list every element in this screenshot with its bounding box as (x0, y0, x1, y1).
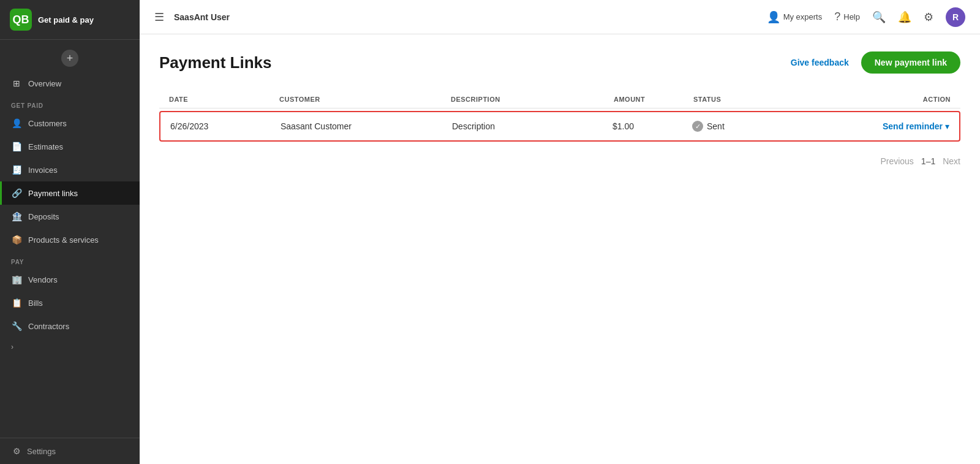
add-new-button[interactable]: + (61, 50, 78, 67)
cell-amount: $1.00 (612, 121, 692, 131)
col-header-date: DATE (169, 96, 279, 103)
new-payment-button[interactable]: New payment link (861, 51, 960, 74)
col-header-action: ACTION (816, 96, 951, 103)
previous-button: Previous (880, 156, 913, 166)
sent-status-icon: ✓ (692, 121, 703, 132)
sidebar-expand-button[interactable]: › (0, 338, 140, 356)
menu-icon[interactable]: ☰ (154, 10, 164, 24)
settings-icon[interactable]: ⚙ (924, 10, 933, 24)
col-header-status: STATUS (693, 96, 816, 103)
my-experts-button[interactable]: 👤 My experts (767, 10, 823, 24)
cell-customer: Saasant Customer (281, 121, 452, 131)
sidebar-item-contractors[interactable]: 🔧 Contractors (0, 314, 140, 338)
send-reminder-button[interactable]: Send reminder (883, 121, 943, 131)
table-header: DATE CUSTOMER DESCRIPTION AMOUNT STATUS … (159, 91, 960, 108)
page-actions: Give feedback New payment link (791, 51, 960, 74)
sidebar-settings[interactable]: ⚙ Settings (0, 438, 140, 464)
sidebar-item-invoices[interactable]: 🧾 Invoices (0, 158, 140, 181)
help-icon: ? (834, 10, 840, 23)
get-paid-section-label: GET PAID (0, 95, 140, 112)
user-name: SaasAnt User (174, 12, 757, 22)
customers-icon: 👤 (11, 118, 22, 129)
give-feedback-button[interactable]: Give feedback (791, 58, 849, 67)
sidebar-item-customers[interactable]: 👤 Customers (0, 112, 140, 135)
payment-links-icon: 🔗 (11, 188, 22, 199)
pay-section-label: PAY (0, 251, 140, 268)
top-header: ☰ SaasAnt User 👤 My experts ? Help 🔍 🔔 ⚙… (140, 0, 980, 34)
next-button: Next (943, 156, 960, 166)
col-header-amount: AMOUNT (614, 96, 693, 103)
sidebar-item-products-services[interactable]: 📦 Products & services (0, 228, 140, 251)
vendors-icon: 🏢 (11, 274, 22, 285)
cell-description: Description (452, 121, 612, 131)
invoices-icon: 🧾 (11, 164, 22, 175)
payment-links-table: DATE CUSTOMER DESCRIPTION AMOUNT STATUS … (159, 91, 960, 142)
notifications-icon[interactable]: 🔔 (898, 10, 911, 24)
sidebar-item-payment-links[interactable]: 🔗 Payment links (0, 181, 140, 205)
col-header-customer: CUSTOMER (279, 96, 451, 103)
col-header-description: DESCRIPTION (451, 96, 614, 103)
experts-icon: 👤 (767, 10, 780, 24)
app-title: Get paid & pay (38, 15, 94, 25)
qb-logo-icon: QB (10, 9, 32, 31)
page-title: Payment Links (159, 53, 272, 72)
page-content: Payment Links Give feedback New payment … (140, 34, 980, 464)
sidebar-item-vendors[interactable]: 🏢 Vendors (0, 268, 140, 291)
contractors-icon: 🔧 (11, 321, 22, 332)
table-row: 6/26/2023 Saasant Customer Description $… (159, 111, 960, 142)
home-icon: ⊞ (11, 78, 22, 89)
cell-date: 6/26/2023 (170, 121, 281, 131)
main-area: ☰ SaasAnt User 👤 My experts ? Help 🔍 🔔 ⚙… (140, 0, 980, 464)
avatar[interactable]: R (946, 7, 965, 27)
bills-icon: 📋 (11, 297, 22, 308)
settings-icon: ⚙ (11, 446, 22, 457)
deposits-icon: 🏦 (11, 211, 22, 222)
sidebar-item-bills[interactable]: 📋 Bills (0, 291, 140, 314)
header-actions: 👤 My experts ? Help 🔍 🔔 ⚙ R (767, 7, 965, 27)
sidebar-nav: + ⊞ Overview GET PAID 👤 Customers 📄 Esti… (0, 40, 140, 438)
sidebar-item-overview[interactable]: ⊞ Overview (0, 72, 140, 95)
search-icon[interactable]: 🔍 (872, 10, 886, 24)
pagination-range: 1–1 (921, 156, 935, 166)
estimates-icon: 📄 (11, 141, 22, 152)
sidebar-logo: QB Get paid & pay (0, 0, 140, 40)
pagination: Previous 1–1 Next (159, 156, 960, 166)
sidebar-item-deposits[interactable]: 🏦 Deposits (0, 205, 140, 228)
page-top-bar: Payment Links Give feedback New payment … (159, 51, 960, 74)
action-dropdown-icon[interactable]: ▾ (945, 121, 949, 131)
sidebar-item-estimates[interactable]: 📄 Estimates (0, 135, 140, 158)
help-button[interactable]: ? Help (834, 10, 860, 23)
chevron-right-icon: › (11, 343, 13, 351)
cell-action: Send reminder ▾ (815, 121, 949, 131)
cell-status: ✓ Sent (692, 121, 815, 132)
products-icon: 📦 (11, 234, 22, 245)
sidebar: QB Get paid & pay + ⊞ Overview GET PAID … (0, 0, 140, 464)
